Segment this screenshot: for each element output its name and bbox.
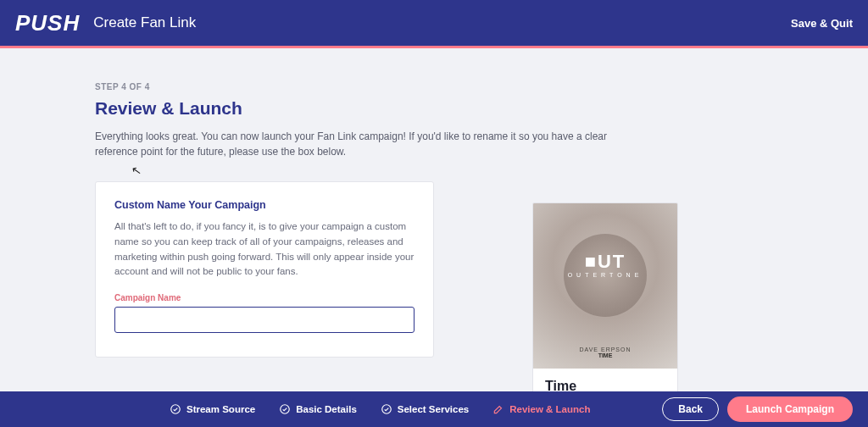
artwork-caption: DAVE ERPSON TIME xyxy=(533,347,677,358)
step-select-services[interactable]: Select Services xyxy=(381,403,469,415)
artwork-caption-title: TIME xyxy=(533,352,677,358)
artwork-logo-sub: OUTERTONE xyxy=(533,272,677,278)
check-circle-icon xyxy=(279,403,291,415)
page-header-title: Create Fan Link xyxy=(93,14,196,31)
step-indicator: STEP 4 OF 4 xyxy=(95,82,620,92)
card-title: Custom Name Your Campaign xyxy=(114,199,415,211)
save-quit-link[interactable]: Save & Quit xyxy=(791,17,853,30)
artwork: ■UT OUTERTONE DAVE ERPSON TIME xyxy=(533,203,677,369)
back-button[interactable]: Back xyxy=(662,397,719,421)
step-basic-details[interactable]: Basic Details xyxy=(279,403,357,415)
campaign-name-label: Campaign Name xyxy=(114,293,415,302)
artwork-caption-artist: DAVE ERPSON xyxy=(533,347,677,352)
page-description: Everything looks great. You can now laun… xyxy=(95,129,620,159)
check-circle-icon xyxy=(170,403,181,415)
svg-point-2 xyxy=(382,405,392,414)
page-title: Review & Launch xyxy=(95,98,620,119)
campaign-name-input[interactable] xyxy=(114,307,415,333)
step-review-launch[interactable]: Review & Launch xyxy=(492,403,590,415)
svg-point-1 xyxy=(281,405,290,414)
header: PUSH Create Fan Link Save & Quit xyxy=(0,0,868,46)
svg-point-0 xyxy=(171,405,181,414)
card-description: All that's left to do, if you fancy it, … xyxy=(114,219,415,280)
step-label: Stream Source xyxy=(186,404,255,414)
artwork-logo: ■UT OUTERTONE xyxy=(533,251,677,278)
step-stream-source[interactable]: Stream Source xyxy=(170,403,255,415)
step-label: Select Services xyxy=(398,404,469,414)
bottom-bar: Stream Source Basic Details Select Servi… xyxy=(0,391,868,427)
logo: PUSH xyxy=(15,10,80,36)
content: STEP 4 OF 4 Review & Launch Everything l… xyxy=(0,48,868,358)
edit-icon xyxy=(492,403,504,415)
step-label: Basic Details xyxy=(296,404,357,414)
step-label: Review & Launch xyxy=(509,404,590,414)
artwork-logo-big: ■UT xyxy=(533,251,677,273)
check-circle-icon xyxy=(381,403,392,415)
launch-campaign-button[interactable]: Launch Campaign xyxy=(727,396,853,422)
custom-name-card: Custom Name Your Campaign All that's lef… xyxy=(95,181,434,358)
